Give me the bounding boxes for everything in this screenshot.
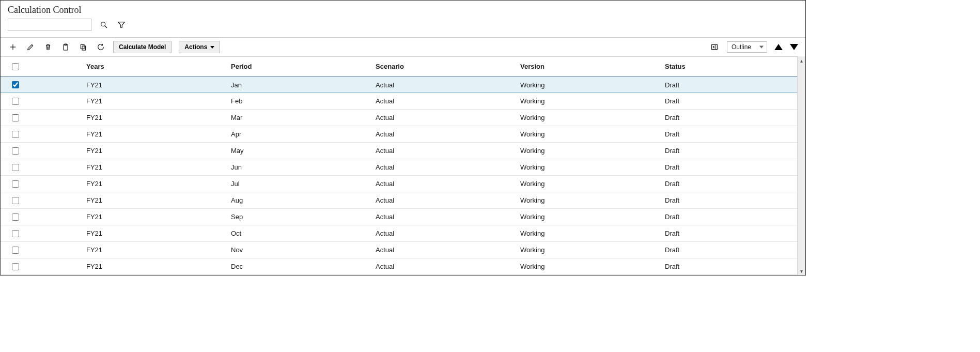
refresh-icon[interactable]: [96, 42, 106, 52]
cell-version: Working: [520, 263, 665, 270]
cell-version: Working: [520, 246, 665, 254]
row-checkbox[interactable]: [12, 263, 19, 270]
table-header: Years Period Scenario Version Status: [1, 57, 797, 76]
add-icon[interactable]: [8, 42, 18, 52]
cell-version: Working: [520, 196, 665, 204]
cell-scenario: Actual: [376, 213, 520, 221]
svg-rect-9: [81, 44, 84, 49]
actions-label: Actions: [184, 43, 207, 51]
table-row[interactable]: FY21SepActualWorkingDraft: [1, 209, 797, 225]
move-down-icon[interactable]: [790, 44, 798, 50]
row-checkbox[interactable]: [12, 230, 19, 237]
cell-status: Draft: [665, 180, 797, 188]
delete-icon[interactable]: [43, 42, 53, 52]
cell-status: Draft: [665, 163, 797, 171]
row-checkbox[interactable]: [12, 180, 19, 188]
cell-years: FY21: [86, 213, 231, 221]
scroll-up-icon[interactable]: ▴: [798, 56, 805, 65]
grid-wrap: Years Period Scenario Version Status FY2…: [1, 56, 805, 275]
calculate-model-button[interactable]: Calculate Model: [113, 41, 172, 53]
col-header-scenario[interactable]: Scenario: [376, 63, 520, 70]
cell-scenario: Actual: [376, 114, 520, 121]
cell-version: Working: [520, 114, 665, 121]
paste-icon[interactable]: [60, 42, 71, 52]
cell-years: FY21: [86, 97, 231, 105]
table-row[interactable]: FY21JulActualWorkingDraft: [1, 176, 797, 192]
cell-status: Draft: [665, 263, 797, 270]
scroll-track[interactable]: [798, 65, 805, 267]
view-mode-label: Outline: [732, 43, 751, 51]
table-row[interactable]: FY21FebActualWorkingDraft: [1, 93, 797, 110]
cell-status: Draft: [665, 147, 797, 155]
search-icon[interactable]: [99, 20, 109, 30]
row-checkbox[interactable]: [12, 147, 19, 155]
row-checkbox[interactable]: [12, 131, 19, 138]
cell-status: Draft: [665, 114, 797, 121]
edit-icon[interactable]: [25, 42, 36, 52]
cell-period: Dec: [231, 263, 376, 270]
cell-years: FY21: [86, 196, 231, 204]
svg-rect-10: [82, 46, 86, 50]
row-checkbox[interactable]: [12, 98, 19, 105]
row-checkbox[interactable]: [12, 114, 19, 121]
table-row[interactable]: FY21OctActualWorkingDraft: [1, 225, 797, 242]
cell-years: FY21: [86, 180, 231, 188]
row-checkbox[interactable]: [12, 81, 19, 88]
table-row[interactable]: FY21MarActualWorkingDraft: [1, 110, 797, 126]
cell-status: Draft: [665, 213, 797, 221]
move-up-icon[interactable]: [774, 44, 783, 50]
cell-version: Working: [520, 163, 665, 171]
cell-status: Draft: [665, 81, 797, 89]
actions-button[interactable]: Actions: [179, 41, 220, 53]
select-all-checkbox[interactable]: [12, 63, 19, 70]
cell-period: Nov: [231, 246, 376, 254]
cell-period: Oct: [231, 229, 376, 237]
cell-version: Working: [520, 147, 665, 155]
table-row[interactable]: FY21AprActualWorkingDraft: [1, 126, 797, 143]
svg-point-0: [101, 22, 105, 26]
vertical-scrollbar[interactable]: ▴ ▾: [797, 56, 805, 275]
row-checkbox[interactable]: [12, 197, 19, 204]
cell-years: FY21: [86, 147, 231, 155]
cell-version: Working: [520, 180, 665, 188]
cell-status: Draft: [665, 196, 797, 204]
calculate-model-label: Calculate Model: [119, 43, 166, 51]
copy-icon[interactable]: [78, 42, 88, 52]
col-header-period[interactable]: Period: [231, 63, 376, 70]
panel-toggle-icon[interactable]: [709, 42, 720, 52]
cell-version: Working: [520, 213, 665, 221]
cell-period: Mar: [231, 114, 376, 121]
search-row: [8, 19, 798, 34]
row-checkbox[interactable]: [12, 164, 19, 171]
view-mode-select[interactable]: Outline: [727, 41, 767, 53]
cell-period: Feb: [231, 97, 376, 105]
cell-years: FY21: [86, 130, 231, 138]
page-title: Calculation Control: [8, 5, 798, 16]
cell-period: Jan: [231, 81, 376, 89]
table-row[interactable]: FY21JanActualWorkingDraft: [1, 76, 797, 93]
col-header-version[interactable]: Version: [520, 63, 665, 70]
filter-icon[interactable]: [116, 20, 127, 30]
search-input[interactable]: [8, 19, 91, 31]
table-row[interactable]: FY21JunActualWorkingDraft: [1, 159, 797, 176]
cell-status: Draft: [665, 229, 797, 237]
cell-years: FY21: [86, 81, 231, 89]
table-row[interactable]: FY21AugActualWorkingDraft: [1, 192, 797, 209]
cell-period: Sep: [231, 213, 376, 221]
scroll-down-icon[interactable]: ▾: [798, 267, 805, 275]
app-frame: Calculation Control: [0, 0, 806, 276]
col-header-years[interactable]: Years: [86, 63, 231, 70]
table-row[interactable]: FY21NovActualWorkingDraft: [1, 242, 797, 258]
grid-body: FY21JanActualWorkingDraftFY21FebActualWo…: [1, 76, 797, 275]
table-row[interactable]: FY21DecActualWorkingDraft: [1, 258, 797, 275]
cell-years: FY21: [86, 163, 231, 171]
data-grid: Years Period Scenario Version Status FY2…: [1, 56, 797, 275]
table-row[interactable]: FY21MayActualWorkingDraft: [1, 143, 797, 159]
cell-scenario: Actual: [376, 229, 520, 237]
cell-status: Draft: [665, 130, 797, 138]
cell-period: Aug: [231, 196, 376, 204]
cell-scenario: Actual: [376, 147, 520, 155]
row-checkbox[interactable]: [12, 247, 19, 254]
col-header-status[interactable]: Status: [665, 63, 797, 70]
row-checkbox[interactable]: [12, 213, 19, 221]
